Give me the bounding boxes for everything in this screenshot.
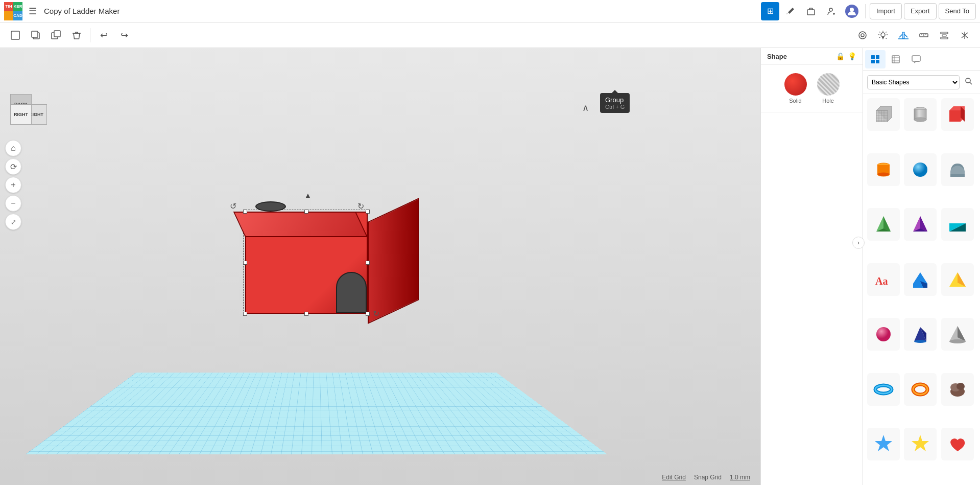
new-button[interactable] <box>6 26 25 44</box>
duplicate-button[interactable] <box>47 26 65 44</box>
svg-point-36 <box>914 118 926 122</box>
cube-right-front-label: RIGHT <box>10 104 32 125</box>
add-user-button[interactable] <box>822 2 841 20</box>
light-panel-icon[interactable]: 💡 <box>848 52 856 60</box>
shape-blue-prism[interactable] <box>904 263 937 296</box>
viewport[interactable]: ↺ ↻ ↻ ▲ BACK RIGHT RIGHT ⌂ ⟳ + − ⤢ Group… <box>0 48 760 485</box>
handle-top-right[interactable] <box>366 210 370 214</box>
main-area: ↺ ↻ ↻ ▲ BACK RIGHT RIGHT ⌂ ⟳ + − ⤢ Group… <box>0 48 980 485</box>
light-button[interactable] <box>874 26 892 44</box>
tab-blueprint[interactable] <box>886 50 906 68</box>
right-panel-toggle[interactable]: › <box>852 237 865 249</box>
delete-button[interactable] <box>67 26 86 44</box>
mirror-button[interactable] <box>955 26 974 44</box>
svg-rect-20 <box>876 60 879 63</box>
svg-rect-8 <box>54 31 60 37</box>
shape-pink-sphere[interactable] <box>867 318 900 351</box>
perspective-button[interactable] <box>853 26 872 44</box>
doc-menu-icon[interactable]: ☰ <box>29 6 37 17</box>
svg-point-11 <box>881 33 885 37</box>
handle-top-left[interactable] <box>243 210 247 214</box>
tab-grid[interactable] <box>865 50 886 68</box>
handle-left-mid[interactable] <box>243 261 247 265</box>
group-shortcut: Ctrl + G <box>605 104 625 110</box>
shape-yellow-pyramid[interactable] <box>941 263 974 296</box>
solid-label: Solid <box>789 98 801 104</box>
import-button[interactable]: Import <box>870 3 902 19</box>
fit-view-button[interactable]: ⤢ <box>5 214 21 230</box>
shape-striped-box[interactable] <box>867 98 900 131</box>
svg-rect-17 <box>871 55 875 59</box>
shape-cylinder-gray[interactable] <box>904 98 937 131</box>
briefcase-button[interactable] <box>802 2 820 20</box>
shapes-search-button[interactable] <box>962 75 976 89</box>
rotate-tl[interactable]: ↺ <box>230 201 236 211</box>
copy-button[interactable] <box>27 26 45 44</box>
shape-blue-bump[interactable] <box>941 153 974 186</box>
shape-gray-cone[interactable] <box>941 318 974 351</box>
solid-option[interactable]: Solid <box>784 73 807 104</box>
shape-purple-pyramid[interactable] <box>904 208 937 241</box>
export-button[interactable]: Export <box>904 3 937 19</box>
3d-object-group[interactable]: ↺ ↻ ↻ ▲ <box>214 191 378 314</box>
height-handle[interactable]: ▲ <box>304 191 312 199</box>
handle-bottom-left[interactable] <box>243 312 247 316</box>
shape-blue-torus[interactable] <box>867 373 900 406</box>
shape-dark-prism[interactable] <box>904 318 937 351</box>
handle-top-mid[interactable] <box>304 210 308 214</box>
svg-point-52 <box>957 383 965 390</box>
redo-button[interactable]: ↪ <box>115 26 133 44</box>
svg-point-3 <box>850 8 854 12</box>
home-view-button[interactable]: ⌂ <box>5 140 21 156</box>
undo-button[interactable]: ↩ <box>94 26 113 44</box>
shape-red-text[interactable]: Aa <box>867 263 900 296</box>
svg-rect-22 <box>912 56 920 61</box>
cube-orientation-indicator[interactable]: BACK RIGHT RIGHT <box>5 94 46 135</box>
shape-properties-panel: Shape 🔒 💡 Solid Hole <box>760 48 863 485</box>
shape-teal-wedge[interactable] <box>941 208 974 241</box>
shape-brown-blob[interactable] <box>941 373 974 406</box>
svg-point-45 <box>949 339 966 343</box>
svg-rect-16 <box>941 37 948 39</box>
rotate-tr[interactable]: ↻ <box>357 201 364 211</box>
rotate-br[interactable]: ↻ <box>373 309 379 318</box>
shape-red-star[interactable] <box>941 428 974 460</box>
workplane-button[interactable] <box>894 26 913 44</box>
shape-blue-sphere[interactable] <box>904 153 937 186</box>
align-button[interactable] <box>935 26 953 44</box>
grid-plane <box>26 373 607 454</box>
svg-rect-37 <box>949 110 961 122</box>
svg-point-43 <box>876 327 891 341</box>
shape-panel-icons: 🔒 💡 <box>836 52 856 60</box>
zoom-out-button[interactable]: − <box>5 195 21 212</box>
semicircle-shape <box>336 272 367 313</box>
tools-button[interactable] <box>781 2 800 20</box>
shape-star-blue[interactable] <box>867 428 900 460</box>
shape-orange-cylinder[interactable] <box>867 153 900 186</box>
shape-red-cube[interactable] <box>941 98 974 131</box>
ruler-button[interactable] <box>915 26 933 44</box>
snap-value[interactable]: 1.0 mm <box>730 474 750 481</box>
shape-orange-torus[interactable] <box>904 373 937 406</box>
grid-view-button[interactable]: ⊞ <box>761 2 779 20</box>
hole-option[interactable]: Hole <box>817 73 840 104</box>
orbit-button[interactable]: ⟳ <box>5 158 21 175</box>
app-logo[interactable]: TIN KER CAD <box>4 2 22 20</box>
shape-type-options: Solid Hole <box>761 65 863 112</box>
shape-green-pyramid[interactable] <box>867 208 900 241</box>
collapse-panel-arrow[interactable]: ∧ <box>582 102 589 113</box>
bottom-status-bar: Edit Grid Snap Grid 1.0 mm <box>662 474 750 481</box>
zoom-in-button[interactable]: + <box>5 177 21 193</box>
logo-tin: TIN <box>4 2 13 11</box>
handle-right-mid[interactable] <box>366 261 370 265</box>
sendto-button[interactable]: Send To <box>939 3 976 19</box>
handle-bottom-right[interactable] <box>366 312 370 316</box>
shape-star-yellow[interactable] <box>904 428 937 460</box>
svg-text:Aa: Aa <box>875 275 888 287</box>
shapes-category-select[interactable]: Basic Shapes <box>867 75 960 89</box>
lock-icon[interactable]: 🔒 <box>836 52 845 60</box>
edit-grid-label[interactable]: Edit Grid <box>662 474 686 481</box>
avatar-button[interactable] <box>843 2 861 20</box>
tab-chat[interactable] <box>906 50 926 68</box>
handle-bottom-mid[interactable] <box>304 312 308 316</box>
